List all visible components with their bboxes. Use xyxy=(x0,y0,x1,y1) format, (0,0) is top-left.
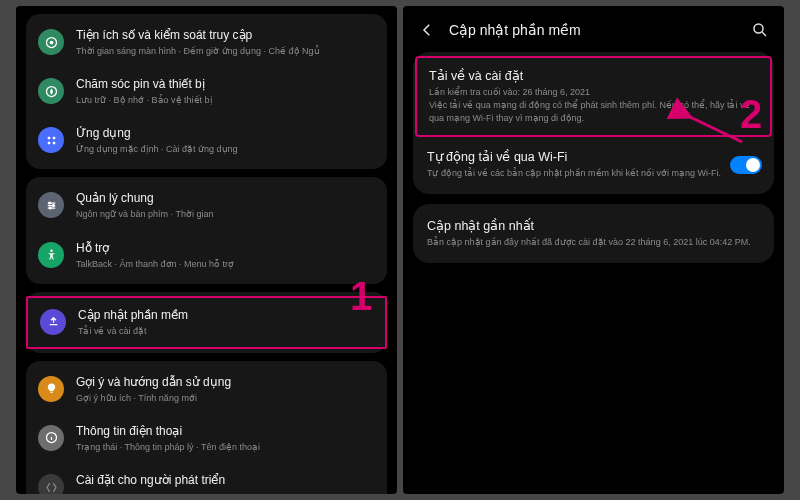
item-sub: Lần kiểm tra cuối vào: 26 tháng 6, 2021 … xyxy=(429,86,758,125)
item-title: Cập nhật gần nhất xyxy=(427,218,760,233)
item-sub: Tự động tải về các bản cập nhật phần mềm… xyxy=(427,167,722,180)
auto-download-wifi[interactable]: Tự động tải về qua Wi-Fi Tự động tải về … xyxy=(413,137,774,192)
recent-update-card: Cập nhật gần nhất Bản cập nhật gần đây n… xyxy=(413,204,774,263)
svg-rect-14 xyxy=(49,324,57,325)
item-sub: Ngôn ngữ và bàn phím · Thời gian xyxy=(76,208,375,220)
software-update-screen-right: Cập nhật phần mềm Tải về và cài đặt Lần … xyxy=(403,6,784,494)
item-title: Tải về và cài đặt xyxy=(429,68,758,83)
search-button[interactable] xyxy=(750,20,770,40)
item-sub: Tải về và cài đặt xyxy=(78,325,373,337)
item-sub: Trạng thái · Thông tin pháp lý · Tên điệ… xyxy=(76,441,375,453)
access-icon xyxy=(38,242,64,268)
svg-point-1 xyxy=(49,40,53,44)
item-title: Ứng dụng xyxy=(76,126,375,141)
settings-group-1: Tiện ích số và kiểm soát truy cập Thời g… xyxy=(26,14,387,169)
update-options-card: Tải về và cài đặt Lần kiểm tra cuối vào:… xyxy=(413,52,774,194)
update-icon xyxy=(40,309,66,335)
setting-item-general[interactable]: Quản lý chung Ngôn ngữ và bàn phím · Thờ… xyxy=(26,181,387,230)
battery-icon xyxy=(38,78,64,104)
setting-item-software-update[interactable]: Cập nhật phần mềm Tải về và cài đặt xyxy=(26,296,387,349)
svg-point-11 xyxy=(52,204,54,206)
svg-rect-4 xyxy=(52,137,55,140)
item-sub: Gợi ý hữu ích · Tính năng mới xyxy=(76,392,375,404)
annotation-step-2: 2 xyxy=(740,92,762,137)
setting-item-accessibility[interactable]: Hỗ trợ TalkBack · Âm thanh đơn · Menu hỗ… xyxy=(26,231,387,280)
dev-icon xyxy=(38,474,64,494)
svg-rect-15 xyxy=(50,392,53,393)
header: Cập nhật phần mềm xyxy=(413,14,774,52)
item-title: Hỗ trợ xyxy=(76,241,375,256)
item-sub: Thời gian sáng màn hình · Đếm giờ ứng dụ… xyxy=(76,45,375,57)
back-button[interactable] xyxy=(417,20,437,40)
download-and-install[interactable]: Tải về và cài đặt Lần kiểm tra cuối vào:… xyxy=(415,56,772,137)
setting-item-about-phone[interactable]: Thông tin điện thoại Trạng thái · Thông … xyxy=(26,414,387,463)
setting-item-digital-wellbeing[interactable]: Tiện ích số và kiểm soát truy cập Thời g… xyxy=(26,18,387,67)
item-title: Thông tin điện thoại xyxy=(76,424,375,439)
item-sub: Bản cập nhật gần đây nhất đã được cài đặ… xyxy=(427,236,760,249)
item-title: Cập nhật phần mềm xyxy=(78,308,373,323)
settings-group-2: Quản lý chung Ngôn ngữ và bàn phím · Thờ… xyxy=(26,177,387,283)
annotation-step-1: 1 xyxy=(350,274,372,319)
setting-item-developer[interactable]: Cài đặt cho người phát triển xyxy=(26,463,387,494)
about-icon xyxy=(38,425,64,451)
item-sub: TalkBack · Âm thanh đơn · Menu hỗ trợ xyxy=(76,258,375,270)
header-title: Cập nhật phần mềm xyxy=(449,22,738,38)
svg-rect-3 xyxy=(47,137,50,140)
item-title: Tự động tải về qua Wi-Fi xyxy=(427,149,722,164)
settings-group-3: Cập nhật phần mềm Tải về và cài đặt xyxy=(26,292,387,353)
setting-item-device-care[interactable]: Chăm sóc pin và thiết bị Lưu trữ · Bộ nh… xyxy=(26,67,387,116)
item-title: Quản lý chung xyxy=(76,191,375,206)
recent-update[interactable]: Cập nhật gần nhất Bản cập nhật gần đây n… xyxy=(413,206,774,261)
item-title: Cài đặt cho người phát triển xyxy=(76,473,375,488)
item-title: Chăm sóc pin và thiết bị xyxy=(76,77,375,92)
svg-point-13 xyxy=(50,250,53,253)
wifi-auto-toggle[interactable] xyxy=(730,156,762,174)
settings-group-4: Gợi ý và hướng dẫn sử dụng Gợi ý hữu ích… xyxy=(26,361,387,494)
svg-rect-6 xyxy=(52,142,55,145)
apps-icon xyxy=(38,127,64,153)
item-title: Gợi ý và hướng dẫn sử dụng xyxy=(76,375,375,390)
tips-icon xyxy=(38,376,64,402)
setting-item-tips[interactable]: Gợi ý và hướng dẫn sử dụng Gợi ý hữu ích… xyxy=(26,365,387,414)
settings-screen-left: Tiện ích số và kiểm soát truy cập Thời g… xyxy=(16,6,397,494)
wellbeing-icon xyxy=(38,29,64,55)
svg-line-20 xyxy=(762,32,766,36)
setting-item-apps[interactable]: Ứng dụng Ứng dụng mặc định · Cài đặt ứng… xyxy=(26,116,387,165)
svg-rect-5 xyxy=(47,142,50,145)
general-icon xyxy=(38,192,64,218)
item-sub: Lưu trữ · Bộ nhớ · Bảo vệ thiết bị xyxy=(76,94,375,106)
svg-point-10 xyxy=(48,202,50,204)
svg-point-19 xyxy=(754,24,763,33)
item-title: Tiện ích số và kiểm soát truy cập xyxy=(76,28,375,43)
svg-point-12 xyxy=(49,207,51,209)
item-sub: Ứng dụng mặc định · Cài đặt ứng dụng xyxy=(76,143,375,155)
